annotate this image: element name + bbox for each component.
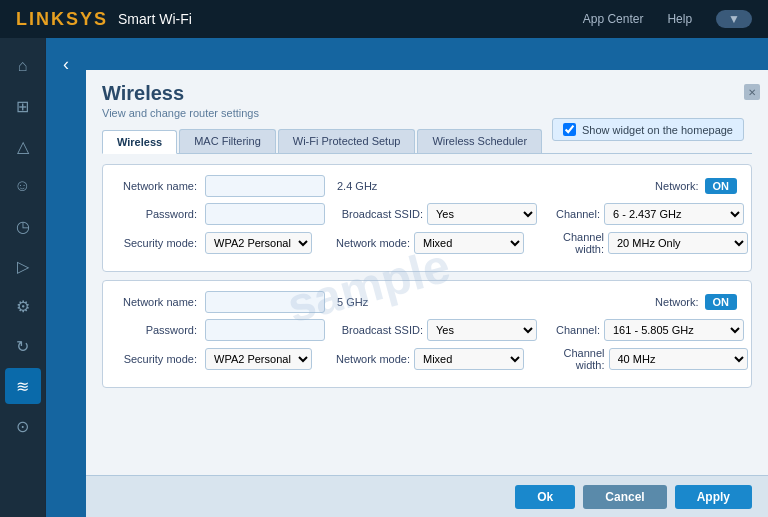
- sidebar-icon-home[interactable]: ⌂: [5, 48, 41, 84]
- sidebar-icon-parental[interactable]: ☺: [5, 168, 41, 204]
- network-24-name-label: Network name:: [117, 180, 197, 192]
- nav-app-center[interactable]: App Center: [583, 12, 644, 26]
- sidebar-icon-devices[interactable]: ⊞: [5, 88, 41, 124]
- network-24-name-input[interactable]: [205, 175, 325, 197]
- network-24-security-row: Security mode: WPA2 Personal WPA Persona…: [117, 231, 737, 255]
- network-24-password-row: Password: Broadcast SSID: Yes No Channel…: [117, 203, 737, 225]
- tab-wifi-protected-setup[interactable]: Wi-Fi Protected Setup: [278, 129, 416, 153]
- network-5-channel-group: Channel: 161 - 5.805 GHz 36 - 5.180 GHz …: [545, 319, 744, 341]
- network-24-password-input[interactable]: [205, 203, 325, 225]
- back-arrow[interactable]: ‹: [46, 38, 86, 517]
- network-24-name-row: Network name: 2.4 GHz Network: ON: [117, 175, 737, 197]
- widget-checkbox-area: Show widget on the homepage: [552, 118, 744, 141]
- bottom-bar: Ok Cancel Apply: [86, 475, 768, 517]
- network-5-name-row: Network name: 5 GHz Network: ON: [117, 291, 737, 313]
- network-5-name-label: Network name:: [117, 296, 197, 308]
- top-bar: LINKSYS Smart Wi-Fi App Center Help ▼: [0, 0, 768, 38]
- network-5-broadcast-select[interactable]: Yes No: [427, 319, 537, 341]
- network-24-width-group: Channel width: 20 MHz Only Auto (20MHz o…: [532, 231, 748, 255]
- top-nav: App Center Help ▼: [583, 10, 752, 28]
- network-24-security-label: Security mode:: [117, 237, 197, 249]
- page-title: Wireless: [102, 82, 752, 105]
- network-24-width-label: Channel width:: [532, 231, 604, 255]
- network-24-channel-group: Channel: 6 - 2.437 GHz 1 - 2.412 GHz 11 …: [545, 203, 744, 225]
- network-24-channel-label: Channel:: [545, 208, 600, 220]
- tab-wireless-scheduler[interactable]: Wireless Scheduler: [417, 129, 542, 153]
- user-indicator[interactable]: ▼: [716, 10, 752, 28]
- network-5-security-label: Security mode:: [117, 353, 197, 365]
- network-24-channel-select[interactable]: 6 - 2.437 GHz 1 - 2.412 GHz 11 - 2.462 G…: [604, 203, 744, 225]
- sidebar-icon-media[interactable]: ▷: [5, 248, 41, 284]
- network-24-broadcast-label: Broadcast SSID:: [333, 208, 423, 220]
- network-24-toggle[interactable]: ON: [705, 178, 738, 194]
- main-content: ✕ Wireless View and change router settin…: [86, 38, 768, 517]
- app-title: Smart Wi-Fi: [118, 11, 192, 27]
- network-5-security-row: Security mode: WPA2 Personal WPA Persona…: [117, 347, 737, 371]
- content-header: [86, 38, 768, 70]
- apply-button[interactable]: Apply: [675, 485, 752, 509]
- sidebar-icon-alerts[interactable]: △: [5, 128, 41, 164]
- network-5-width-select[interactable]: 40 MHz 20 MHz Only Auto: [609, 348, 749, 370]
- show-widget-checkbox[interactable]: [563, 123, 576, 136]
- network-5-password-row: Password: Broadcast SSID: Yes No Channel…: [117, 319, 737, 341]
- network-5-security-select[interactable]: WPA2 Personal WPA Personal None: [205, 348, 312, 370]
- network-5-channel-label: Channel:: [545, 324, 600, 336]
- network-5-channel-select[interactable]: 161 - 5.805 GHz 36 - 5.180 GHz 149 - 5.7…: [604, 319, 744, 341]
- network-24-broadcast-select[interactable]: Yes No: [427, 203, 537, 225]
- sidebar: ⌂ ⊞ △ ☺ ◷ ▷ ⚙ ↻ ≋ ⊙: [0, 38, 45, 517]
- network-24-mode-group: Network mode: Mixed Wireless-N Only Wire…: [320, 232, 524, 254]
- network-24-freq: 2.4 GHz: [337, 180, 377, 192]
- content-panel: ✕ Wireless View and change router settin…: [86, 70, 768, 517]
- ok-button[interactable]: Ok: [515, 485, 575, 509]
- network-5-name-input[interactable]: [205, 291, 325, 313]
- tab-mac-filtering[interactable]: MAC Filtering: [179, 129, 276, 153]
- network-5-mode-select[interactable]: Mixed Wireless-N Only Wireless-A Only: [414, 348, 524, 370]
- show-widget-label: Show widget on the homepage: [582, 124, 733, 136]
- network-24-width-select[interactable]: 20 MHz Only Auto (20MHz or 40MHz): [608, 232, 748, 254]
- network-24-mode-label: Network mode:: [320, 237, 410, 249]
- network-5-width-group: Channel width: 40 MHz 20 MHz Only Auto: [532, 347, 748, 371]
- tab-wireless[interactable]: Wireless: [102, 130, 177, 154]
- network-5-broadcast-group: Broadcast SSID: Yes No: [333, 319, 537, 341]
- network-5-toggle[interactable]: ON: [705, 294, 738, 310]
- network-5-password-label: Password:: [117, 324, 197, 336]
- sidebar-icon-settings[interactable]: ⚙: [5, 288, 41, 324]
- logo-area: LINKSYS Smart Wi-Fi: [16, 9, 192, 30]
- network-24-password-label: Password:: [117, 208, 197, 220]
- network-24-network-label: Network:: [655, 180, 698, 192]
- sidebar-icon-clock[interactable]: ◷: [5, 208, 41, 244]
- network-5-broadcast-label: Broadcast SSID:: [333, 324, 423, 336]
- sidebar-icon-security[interactable]: ⊙: [5, 408, 41, 444]
- network-24-security-select[interactable]: WPA2 Personal WPA Personal WEP None: [205, 232, 312, 254]
- cancel-button[interactable]: Cancel: [583, 485, 666, 509]
- close-button[interactable]: ✕: [744, 84, 760, 100]
- network-5-network-label: Network:: [655, 296, 698, 308]
- network-24-toggle-area: Network: ON: [655, 178, 737, 194]
- network-5-toggle-area: Network: ON: [655, 294, 737, 310]
- network-5-section: Network name: 5 GHz Network: ON Password…: [102, 280, 752, 388]
- network-5-mode-group: Network mode: Mixed Wireless-N Only Wire…: [320, 348, 524, 370]
- sidebar-icon-update[interactable]: ↻: [5, 328, 41, 364]
- network-5-width-label: Channel width:: [532, 347, 605, 371]
- network-5-freq: 5 GHz: [337, 296, 368, 308]
- network-5-password-input[interactable]: [205, 319, 325, 341]
- nav-help[interactable]: Help: [667, 12, 692, 26]
- logo: LINKSYS: [16, 9, 108, 30]
- network-24-broadcast-group: Broadcast SSID: Yes No: [333, 203, 537, 225]
- network-5-mode-label: Network mode:: [320, 353, 410, 365]
- network-24-section: Network name: 2.4 GHz Network: ON Passwo…: [102, 164, 752, 272]
- sidebar-icon-wifi[interactable]: ≋: [5, 368, 41, 404]
- network-24-mode-select[interactable]: Mixed Wireless-N Only Wireless-G Only: [414, 232, 524, 254]
